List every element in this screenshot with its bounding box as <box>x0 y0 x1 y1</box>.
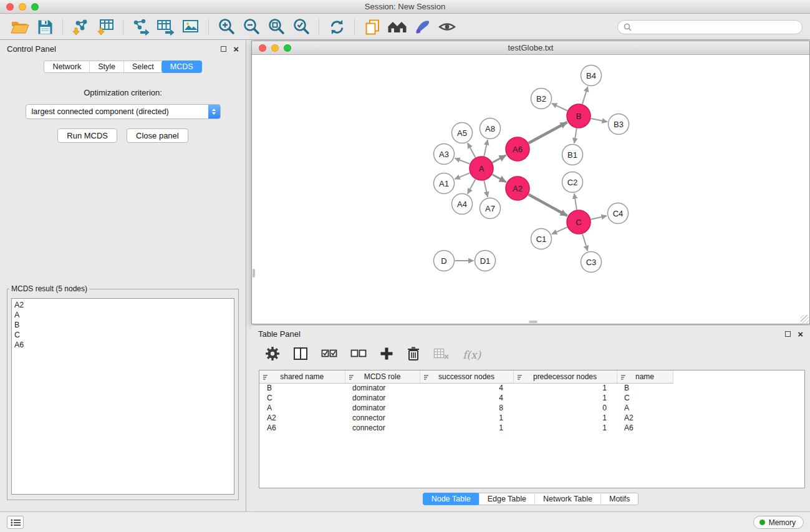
node-B[interactable]: B <box>567 104 591 128</box>
result-item[interactable]: A2 <box>14 300 231 310</box>
horizontal-scroll-thumb[interactable] <box>529 321 538 323</box>
column-header-shared-name[interactable]: shared name <box>259 370 345 383</box>
deselect-all-icon[interactable] <box>350 348 367 362</box>
table-row[interactable]: Adominator80A <box>259 403 804 413</box>
mcds-result-list[interactable]: A2ABCA6 <box>11 298 234 495</box>
table-tab-edge-table[interactable]: Edge Table <box>479 493 534 505</box>
float-panel-icon[interactable] <box>221 46 226 52</box>
network-close-icon[interactable] <box>259 44 266 52</box>
edge-A-A2[interactable] <box>493 175 506 182</box>
close-panel-icon[interactable]: × <box>233 46 239 52</box>
column-header-MCDS-role[interactable]: MCDS role <box>345 370 420 383</box>
edge-A-A3[interactable] <box>455 158 470 164</box>
node-A7[interactable]: A7 <box>480 198 501 219</box>
node-B4[interactable]: B4 <box>581 65 602 86</box>
copy-view-icon[interactable] <box>361 17 383 37</box>
window-titlebar[interactable]: Session: New Session <box>0 0 810 14</box>
tab-mcds[interactable]: MCDS <box>162 60 202 73</box>
result-item[interactable]: A <box>14 310 231 320</box>
table-row[interactable]: A6connector11A6 <box>259 423 804 433</box>
zoom-out-icon[interactable] <box>240 17 263 37</box>
node-D[interactable]: D <box>434 251 455 271</box>
node-B2[interactable]: B2 <box>531 89 552 109</box>
task-history-button[interactable] <box>7 516 24 529</box>
import-table-file-icon[interactable] <box>94 17 117 37</box>
delete-column-trash-icon[interactable] <box>407 346 420 364</box>
node-A[interactable]: A <box>470 157 493 180</box>
node-A6[interactable]: A6 <box>506 137 529 161</box>
search-box[interactable] <box>617 20 803 34</box>
network-zoom-icon[interactable] <box>284 44 291 52</box>
node-A2[interactable]: A2 <box>506 177 529 200</box>
edge-B-B4[interactable] <box>582 87 588 104</box>
node-C4[interactable]: C4 <box>608 203 629 224</box>
node-A5[interactable]: A5 <box>452 123 473 143</box>
minimize-window-icon[interactable] <box>19 3 26 11</box>
zoom-selected-icon[interactable] <box>290 17 312 37</box>
node-B3[interactable]: B3 <box>609 114 629 135</box>
close-table-panel-icon[interactable]: × <box>798 331 803 337</box>
table-tab-network-table[interactable]: Network Table <box>534 493 600 505</box>
zoom-window-icon[interactable] <box>31 3 39 11</box>
network-window-titlebar[interactable]: testGlobe.txt <box>252 41 809 55</box>
vertical-scroll-thumb[interactable] <box>253 269 255 278</box>
network-minimize-icon[interactable] <box>271 44 279 52</box>
export-table-icon[interactable] <box>155 17 177 37</box>
result-item[interactable]: B <box>14 320 231 330</box>
zoom-in-icon[interactable] <box>215 17 238 37</box>
edge-C-C3[interactable] <box>582 234 588 251</box>
tab-style[interactable]: Style <box>89 61 123 72</box>
graphics-details-icon[interactable] <box>436 17 458 37</box>
edge-C-C2[interactable] <box>574 193 577 210</box>
search-input[interactable] <box>635 22 796 31</box>
memory-button[interactable]: Memory <box>753 516 804 529</box>
table-settings-gear-icon[interactable] <box>265 346 280 364</box>
tab-network[interactable]: Network <box>44 61 89 72</box>
add-column-icon[interactable] <box>380 347 393 363</box>
edge-C-C1[interactable] <box>552 227 567 234</box>
export-network-icon[interactable] <box>130 17 152 37</box>
zoom-fit-icon[interactable] <box>265 17 287 37</box>
node-A4[interactable]: A4 <box>452 194 473 215</box>
table-row[interactable]: Cdominator41C <box>259 393 804 403</box>
save-session-icon[interactable] <box>34 17 56 37</box>
show-columns-icon[interactable] <box>293 347 308 363</box>
node-A1[interactable]: A1 <box>434 173 455 194</box>
result-item[interactable]: A6 <box>14 340 231 350</box>
edge-A-A5[interactable] <box>468 143 476 157</box>
float-table-panel-icon[interactable] <box>785 331 791 337</box>
import-network-file-icon[interactable] <box>69 17 92 37</box>
node-C2[interactable]: C2 <box>562 172 583 193</box>
table-tab-motifs[interactable]: Motifs <box>600 493 638 505</box>
network-graph[interactable]: B4B2BB3A5A8A6B1A3AC2A1A2A4A7C4CC1C3DD1 <box>252 56 809 324</box>
column-header-successor-nodes[interactable]: successor nodes <box>420 370 513 383</box>
edge-A-A4[interactable] <box>468 180 476 194</box>
node-C[interactable]: C <box>567 210 591 234</box>
edge-A-A1[interactable] <box>455 173 470 179</box>
node-D1[interactable]: D1 <box>475 251 496 271</box>
table-row[interactable]: A2connector11A2 <box>259 413 804 423</box>
edge-B-B3[interactable] <box>591 118 607 122</box>
node-A8[interactable]: A8 <box>480 118 501 139</box>
criterion-dropdown[interactable]: largest connected component (directed) <box>26 104 221 119</box>
node-A3[interactable]: A3 <box>434 144 455 165</box>
open-file-icon[interactable] <box>9 17 31 37</box>
column-header-predecessor-nodes[interactable]: predecessor nodes <box>513 370 617 383</box>
network-canvas[interactable]: B4B2BB3A5A8A6B1A3AC2A1A2A4A7C4CC1C3DD1 <box>252 56 809 324</box>
node-B1[interactable]: B1 <box>562 145 583 165</box>
table-tab-node-table[interactable]: Node Table <box>423 493 480 505</box>
node-C3[interactable]: C3 <box>581 252 602 273</box>
edge-B-B1[interactable] <box>574 128 577 143</box>
select-all-icon[interactable] <box>321 348 337 362</box>
edge-A6-B[interactable] <box>529 122 567 143</box>
edge-B-B2[interactable] <box>552 104 567 111</box>
table-row[interactable]: Bdominator41B <box>259 383 804 393</box>
edge-C-C4[interactable] <box>591 216 607 220</box>
edge-A-A7[interactable] <box>484 181 488 197</box>
edge-A2-C[interactable] <box>529 195 567 216</box>
export-image-icon[interactable] <box>180 17 202 37</box>
column-header-name[interactable]: name <box>617 370 673 383</box>
tab-select[interactable]: Select <box>123 61 162 72</box>
node-C1[interactable]: C1 <box>531 229 552 249</box>
close-panel-button[interactable]: Close panel <box>127 128 188 143</box>
